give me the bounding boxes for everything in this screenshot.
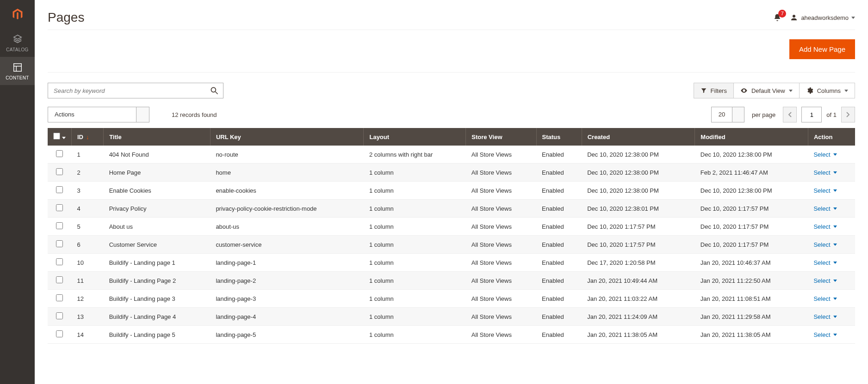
row-action-select[interactable]: Select	[813, 277, 837, 284]
row-action-select[interactable]: Select	[813, 205, 837, 212]
col-modified[interactable]: Modified	[695, 128, 808, 146]
chevron-down-icon[interactable]	[62, 137, 66, 139]
row-action-select[interactable]: Select	[813, 151, 837, 158]
cell-url-key: landing-page-5	[210, 326, 364, 344]
row-action-select[interactable]: Select	[813, 259, 837, 266]
row-action-select[interactable]: Select	[813, 241, 837, 248]
notifications-button[interactable]: 7	[773, 13, 781, 22]
chevron-down-icon	[844, 90, 848, 92]
row-checkbox[interactable]	[56, 240, 63, 247]
select-all-checkbox[interactable]	[53, 133, 60, 140]
cell-id: 11	[72, 272, 104, 290]
cell-id: 4	[72, 200, 104, 218]
row-action-select[interactable]: Select	[813, 313, 837, 320]
pages-grid: ID↓ Title URL Key Layout Store View Stat…	[48, 128, 855, 344]
filters-button[interactable]: Filters	[694, 83, 734, 98]
chevron-down-icon	[833, 334, 837, 336]
cell-status: Enabled	[536, 182, 582, 200]
cell-layout: 1 column	[364, 218, 466, 236]
columns-button[interactable]: Columns	[800, 83, 855, 98]
cell-modified: Dec 10, 2020 12:38:00 PM	[695, 146, 808, 164]
cell-layout: 1 column	[364, 200, 466, 218]
user-icon	[790, 13, 798, 22]
per-page-toggle[interactable]	[732, 107, 744, 122]
row-action-select[interactable]: Select	[813, 331, 837, 338]
cell-status: Enabled	[536, 200, 582, 218]
chevron-down-icon	[833, 226, 837, 228]
row-checkbox[interactable]	[56, 204, 63, 211]
sidebar-item-content[interactable]: CONTENT	[0, 57, 35, 85]
row-action-select[interactable]: Select	[813, 223, 837, 230]
default-view-button[interactable]: Default View	[734, 83, 800, 98]
cell-created: Dec 10, 2020 1:17:57 PM	[582, 236, 695, 254]
cell-status: Enabled	[536, 164, 582, 182]
col-url-key[interactable]: URL Key	[210, 128, 364, 146]
cell-modified: Dec 10, 2020 1:17:57 PM	[695, 200, 808, 218]
row-checkbox[interactable]	[56, 330, 63, 337]
row-checkbox[interactable]	[56, 258, 63, 265]
user-menu[interactable]: aheadworksdemo	[790, 13, 855, 22]
svg-point-3	[211, 87, 216, 92]
row-checkbox[interactable]	[56, 222, 63, 229]
cell-modified: Feb 2, 2021 11:46:47 AM	[695, 164, 808, 182]
columns-label: Columns	[817, 87, 841, 94]
cell-store-view: All Store Views	[466, 254, 536, 272]
cell-status: Enabled	[536, 272, 582, 290]
chevron-down-icon	[833, 189, 837, 192]
cell-url-key: landing-page-2	[210, 272, 364, 290]
cell-title: Home Page	[104, 164, 211, 182]
col-created[interactable]: Created	[582, 128, 695, 146]
col-select-all	[48, 128, 72, 146]
row-checkbox[interactable]	[56, 276, 63, 283]
add-new-page-button[interactable]: Add New Page	[789, 39, 855, 59]
sidebar-item-catalog[interactable]: CATALOG	[0, 29, 35, 57]
cell-url-key: landing-page-1	[210, 254, 364, 272]
col-id[interactable]: ID↓	[72, 128, 104, 146]
mass-actions-toggle[interactable]	[136, 107, 149, 122]
cell-layout: 1 column	[364, 308, 466, 326]
col-store-view[interactable]: Store View	[466, 128, 536, 146]
row-checkbox[interactable]	[56, 186, 63, 193]
col-title[interactable]: Title	[104, 128, 211, 146]
table-row: 14Buildify - Landing page 5landing-page-…	[48, 326, 855, 344]
row-checkbox[interactable]	[56, 294, 63, 301]
prev-page-button[interactable]	[783, 107, 797, 122]
records-found: 12 records found	[172, 111, 217, 118]
row-action-select[interactable]: Select	[813, 187, 837, 194]
mass-actions-dropdown[interactable]: Actions	[48, 107, 149, 122]
cell-url-key: home	[210, 164, 364, 182]
svg-line-4	[216, 92, 218, 94]
pagination: 20 per page of 1	[711, 107, 855, 122]
chevron-down-icon	[833, 153, 837, 156]
cell-id: 2	[72, 164, 104, 182]
table-row: 6Customer Servicecustomer-service1 colum…	[48, 236, 855, 254]
col-action: Action	[808, 128, 855, 146]
search-input[interactable]	[48, 83, 223, 98]
gear-icon	[806, 87, 813, 94]
magento-logo[interactable]	[0, 0, 35, 29]
row-action-select[interactable]: Select	[813, 295, 837, 302]
cell-title: 404 Not Found	[104, 146, 211, 164]
chevron-down-icon	[833, 262, 837, 264]
chevron-down-icon	[789, 90, 793, 92]
cell-store-view: All Store Views	[466, 146, 536, 164]
cell-url-key: landing-page-4	[210, 308, 364, 326]
col-status[interactable]: Status	[536, 128, 582, 146]
page-input[interactable]	[801, 107, 822, 122]
cell-status: Enabled	[536, 308, 582, 326]
per-page-select[interactable]: 20	[711, 107, 744, 122]
row-checkbox[interactable]	[56, 150, 63, 157]
cell-title: Buildify - Landing page 3	[104, 290, 211, 308]
col-layout[interactable]: Layout	[364, 128, 466, 146]
next-page-button[interactable]	[841, 107, 855, 122]
cell-title: Buildify - Landing page 1	[104, 254, 211, 272]
chevron-down-icon	[833, 171, 837, 174]
separator	[48, 72, 855, 73]
row-checkbox[interactable]	[56, 312, 63, 319]
per-page-label: per page	[752, 111, 775, 118]
cell-title: Customer Service	[104, 236, 211, 254]
row-action-select[interactable]: Select	[813, 169, 837, 176]
catalog-icon	[0, 34, 35, 44]
search-icon[interactable]	[210, 86, 219, 95]
row-checkbox[interactable]	[56, 168, 63, 175]
